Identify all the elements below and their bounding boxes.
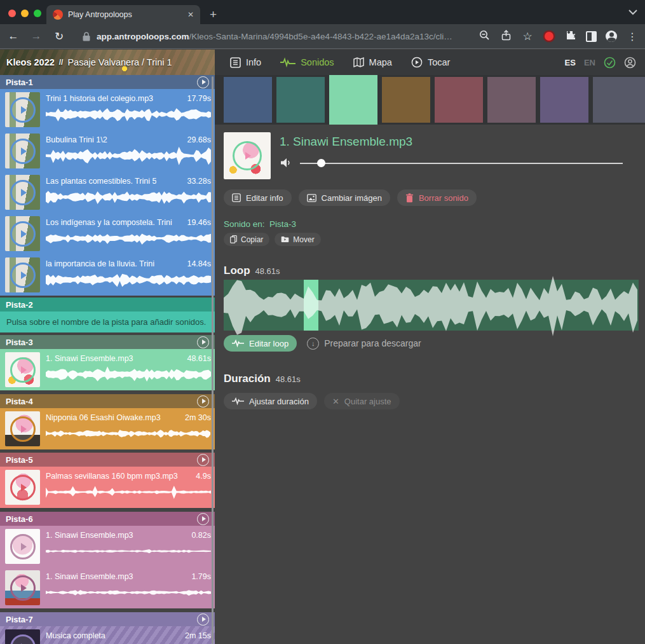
traffic-lights[interactable] <box>8 8 46 20</box>
cambiar-imagen-button[interactable]: Cambiar imágen <box>299 189 390 206</box>
copiar-button[interactable]: Copiar <box>224 233 269 246</box>
play-overlay-icon[interactable] <box>10 139 36 164</box>
sound-thumbnail[interactable] <box>5 352 40 387</box>
quitar-ajuste-button[interactable]: ✕ Quitar ajuste <box>324 393 400 409</box>
track-header[interactable]: Pista-1 <box>0 75 215 89</box>
track-play-icon[interactable] <box>197 76 209 88</box>
lang-es-button[interactable]: ES <box>565 58 576 67</box>
sound-item[interactable]: 1. Sinawi Ensemble.mp31.79s <box>0 567 215 608</box>
sound-item[interactable]: Musica completa2m 15s <box>0 626 215 644</box>
zoom-window-button[interactable] <box>34 10 41 17</box>
play-overlay-icon[interactable] <box>233 141 262 170</box>
editar-loop-button[interactable]: Editar loop <box>224 335 297 352</box>
play-overlay-icon[interactable] <box>10 475 36 500</box>
play-overlay-icon[interactable] <box>10 357 36 383</box>
play-overlay-icon[interactable] <box>10 534 36 559</box>
play-overlay-icon[interactable] <box>10 416 36 442</box>
loop-waveform[interactable] <box>224 280 639 331</box>
play-overlay-icon[interactable] <box>10 221 36 247</box>
side-panel-icon[interactable] <box>586 31 597 42</box>
track-swatch-8[interactable] <box>593 77 645 123</box>
sound-item[interactable]: Trini 1 historia del colegio.mp317.79s <box>0 89 215 130</box>
tab-close-icon[interactable]: ✕ <box>187 10 194 19</box>
minimize-window-button[interactable] <box>21 10 29 17</box>
extensions-puzzle-icon[interactable] <box>564 30 577 43</box>
sound-thumbnail[interactable] <box>5 257 40 292</box>
account-icon[interactable] <box>624 57 636 69</box>
url-bar[interactable]: app.antropoloops.com/Kleos-Santa-Marina/… <box>75 32 469 41</box>
track-swatch-4[interactable] <box>382 77 430 123</box>
sound-item[interactable]: la importancia de la lluvia. Trini14.84s <box>0 254 215 296</box>
track-header[interactable]: Pista-4 <box>0 394 215 408</box>
new-tab-button[interactable]: + <box>210 8 217 22</box>
play-overlay-icon[interactable] <box>10 97 36 123</box>
sonido-en-track-link[interactable]: Pista-3 <box>269 219 296 229</box>
sound-thumbnail[interactable] <box>5 411 40 446</box>
track-swatch-6[interactable] <box>487 77 536 123</box>
profile-avatar[interactable] <box>606 31 617 42</box>
sound-item[interactable]: Los indígenas y la compostela. Trini19.4… <box>0 213 215 254</box>
reload-button[interactable]: ↻ <box>52 30 66 43</box>
breadcrumb[interactable]: Kleos 2022 // Pasaje Valvanera / Trini 1 <box>0 50 215 75</box>
play-overlay-icon[interactable] <box>10 180 36 205</box>
track-play-icon[interactable] <box>197 336 209 348</box>
sound-thumbnail[interactable] <box>5 629 40 644</box>
ajustar-duracion-button[interactable]: Ajustar duración <box>224 393 317 409</box>
track-play-icon[interactable] <box>197 613 209 626</box>
track-swatch-1[interactable] <box>224 77 272 123</box>
share-icon[interactable] <box>499 30 512 43</box>
sound-thumbnail[interactable] <box>5 175 40 210</box>
play-overlay-icon[interactable] <box>10 575 36 601</box>
sound-item-selected[interactable]: 1. Sinawi Ensemble.mp348.61s <box>0 349 215 390</box>
track-play-icon[interactable] <box>197 454 209 466</box>
sound-thumbnail[interactable] <box>5 529 40 564</box>
tab-tocar[interactable]: Tocar <box>411 57 450 68</box>
breadcrumb-path[interactable]: Pasaje Valvanera / Trini 1 <box>67 57 172 67</box>
sidebar-scrollbar[interactable] <box>212 76 214 644</box>
sound-thumbnail[interactable] <box>5 216 40 251</box>
track-header[interactable]: Pista-6 <box>0 512 215 526</box>
sound-item[interactable]: Palmas sevillanas 160 bpm mp3.mp34.9s <box>0 467 215 508</box>
browser-menu-icon[interactable]: ⋮ <box>626 31 639 43</box>
sound-thumbnail[interactable] <box>5 134 40 168</box>
editar-info-button[interactable]: Editar info <box>224 189 292 206</box>
play-overlay-icon[interactable] <box>10 263 36 288</box>
volume-slider-track[interactable] <box>300 163 623 164</box>
tab-info[interactable]: Info <box>230 57 261 68</box>
track-header[interactable]: Pista-7 <box>0 612 215 626</box>
tab-search-chevron-icon[interactable] <box>628 6 637 17</box>
tab-mapa[interactable]: Mapa <box>353 57 392 67</box>
preparar-descargar-button[interactable]: ↓ Preparar para descargar <box>307 338 421 350</box>
borrar-sonido-button[interactable]: Borrar sonido <box>397 189 477 206</box>
track-swatch-2[interactable] <box>276 77 325 123</box>
sound-thumbnail[interactable] <box>5 470 40 505</box>
back-button[interactable]: ← <box>6 30 20 43</box>
track-header[interactable]: Pista-2 <box>0 298 215 312</box>
close-window-button[interactable] <box>8 10 16 17</box>
sound-thumbnail[interactable] <box>5 92 40 127</box>
sound-item[interactable]: 1. Sinawi Ensemble.mp30.82s <box>0 526 215 567</box>
sound-item[interactable]: Nipponia 06 Esashi Oiwake.mp32m 30s <box>0 408 215 449</box>
track-play-icon[interactable] <box>197 395 209 408</box>
sound-thumbnail[interactable] <box>5 570 40 605</box>
tab-sonidos[interactable]: Sonidos <box>280 57 334 67</box>
browser-tab[interactable]: Play Antropoloops ✕ <box>46 5 200 24</box>
track-play-icon[interactable] <box>197 513 209 525</box>
volume-slider-thumb[interactable] <box>317 159 325 167</box>
mover-button[interactable]: Mover <box>275 233 320 246</box>
track-header[interactable]: Pista-5 <box>0 453 215 467</box>
record-indicator-icon[interactable] <box>545 32 553 41</box>
track-swatch-7[interactable] <box>540 77 588 123</box>
zoom-out-icon[interactable] <box>478 30 491 43</box>
sound-item[interactable]: Bubulina Trini 1\229.68s <box>0 130 215 172</box>
sound-item[interactable]: Las plantas comestibles. Trini 533.28s <box>0 172 215 213</box>
track-header[interactable]: Pista-3 <box>0 335 215 349</box>
forward-button[interactable]: → <box>29 30 43 43</box>
play-overlay-icon[interactable] <box>10 634 36 644</box>
bookmark-star-icon[interactable]: ☆ <box>521 30 534 43</box>
breadcrumb-project[interactable]: Kleos 2022 <box>6 57 55 67</box>
track-swatch-3-active[interactable] <box>329 75 377 125</box>
detail-thumbnail[interactable] <box>224 132 271 179</box>
track-swatch-5[interactable] <box>435 77 483 123</box>
lang-en-button[interactable]: EN <box>584 58 595 67</box>
